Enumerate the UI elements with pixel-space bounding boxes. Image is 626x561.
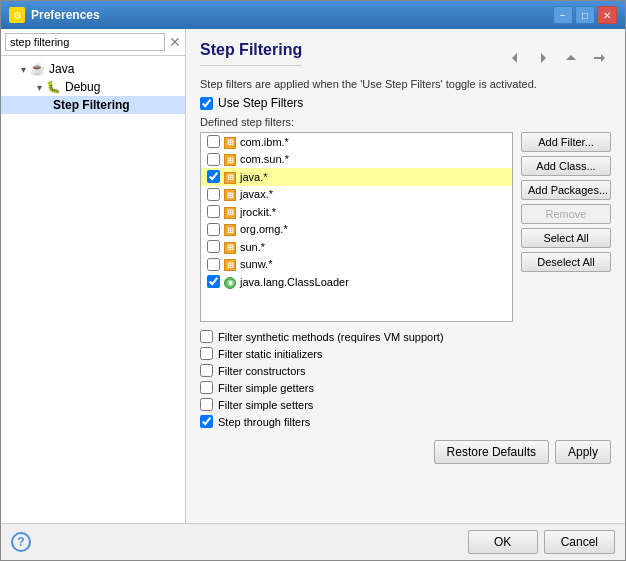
filter-checkbox[interactable] bbox=[207, 275, 220, 288]
filter-checkbox[interactable] bbox=[207, 205, 220, 218]
option-checkbox[interactable] bbox=[200, 330, 213, 343]
option-row: Filter synthetic methods (requires VM su… bbox=[200, 330, 611, 343]
cancel-button[interactable]: Cancel bbox=[544, 530, 615, 554]
filter-checkbox[interactable] bbox=[207, 153, 220, 166]
option-checkbox[interactable] bbox=[200, 398, 213, 411]
option-label: Filter constructors bbox=[218, 365, 305, 377]
option-checkbox[interactable] bbox=[200, 415, 213, 428]
menu-button[interactable] bbox=[587, 47, 611, 69]
window-icon: ⚙ bbox=[9, 7, 25, 23]
package-icon: ⊞ bbox=[224, 205, 236, 219]
filter-label: sun.* bbox=[240, 241, 265, 253]
option-row: Step through filters bbox=[200, 415, 611, 428]
option-label: Filter static initializers bbox=[218, 348, 323, 360]
class-icon: ◉ bbox=[224, 275, 236, 289]
package-icon: ⊞ bbox=[224, 170, 236, 184]
ok-button[interactable]: OK bbox=[468, 530, 538, 554]
back-button[interactable] bbox=[503, 47, 527, 69]
expand-arrow: ▾ bbox=[37, 82, 42, 93]
window-controls: − □ ✕ bbox=[553, 6, 617, 24]
filter-checkbox[interactable] bbox=[207, 188, 220, 201]
defined-label: Defined step filters: bbox=[200, 116, 611, 128]
filter-label: com.sun.* bbox=[240, 153, 289, 165]
filter-label: java.lang.ClassLoader bbox=[240, 276, 349, 288]
preferences-window: ⚙ Preferences − □ ✕ ✕ ▾ ☕ Java ▾ bbox=[0, 0, 626, 561]
folder-icon: ☕ bbox=[30, 62, 45, 76]
close-button[interactable]: ✕ bbox=[597, 6, 617, 24]
filter-label: com.ibm.* bbox=[240, 136, 289, 148]
footer: ? OK Cancel bbox=[1, 523, 625, 560]
filter-item: ⊞java.* bbox=[201, 168, 512, 186]
filter-checkbox[interactable] bbox=[207, 135, 220, 148]
search-input[interactable] bbox=[5, 33, 165, 51]
minimize-button[interactable]: − bbox=[553, 6, 573, 24]
svg-marker-4 bbox=[601, 54, 605, 62]
option-checkbox[interactable] bbox=[200, 381, 213, 394]
option-checkbox[interactable] bbox=[200, 364, 213, 377]
filter-buttons: Add Filter... Add Class... Add Packages.… bbox=[521, 132, 611, 322]
content-area: ✕ ▾ ☕ Java ▾ 🐛 Debug Step Filtering bbox=[1, 29, 625, 523]
folder-icon: 🐛 bbox=[46, 80, 61, 94]
forward-button[interactable] bbox=[531, 47, 555, 69]
filter-item: ◉java.lang.ClassLoader bbox=[201, 273, 512, 291]
option-label: Filter synthetic methods (requires VM su… bbox=[218, 331, 444, 343]
sidebar-item-java[interactable]: ▾ ☕ Java bbox=[1, 60, 185, 78]
filter-checkbox[interactable] bbox=[207, 223, 220, 236]
main-panel: Step Filtering Step filters bbox=[186, 29, 625, 523]
sidebar-item-debug[interactable]: ▾ 🐛 Debug bbox=[1, 78, 185, 96]
filter-list: ⊞com.ibm.*⊞com.sun.*⊞java.*⊞javax.*⊞jroc… bbox=[200, 132, 513, 322]
sidebar-item-label: Step Filtering bbox=[53, 98, 130, 112]
filter-label: javax.* bbox=[240, 188, 273, 200]
svg-marker-0 bbox=[512, 53, 517, 63]
footer-buttons: OK Cancel bbox=[468, 530, 615, 554]
title-bar-left: ⚙ Preferences bbox=[9, 7, 100, 23]
svg-marker-2 bbox=[566, 55, 576, 60]
filter-item: ⊞com.sun.* bbox=[201, 151, 512, 169]
use-filters-label: Use Step Filters bbox=[218, 96, 303, 110]
option-label: Step through filters bbox=[218, 416, 310, 428]
add-packages-button[interactable]: Add Packages... bbox=[521, 180, 611, 200]
add-class-button[interactable]: Add Class... bbox=[521, 156, 611, 176]
filter-item: ⊞jrockit.* bbox=[201, 203, 512, 221]
filter-label: sunw.* bbox=[240, 258, 272, 270]
option-row: Filter simple setters bbox=[200, 398, 611, 411]
filter-checkbox[interactable] bbox=[207, 240, 220, 253]
filter-label: jrockit.* bbox=[240, 206, 276, 218]
package-icon: ⊞ bbox=[224, 240, 236, 254]
use-filters-row: Use Step Filters bbox=[200, 96, 611, 110]
filter-item: ⊞com.ibm.* bbox=[201, 133, 512, 151]
filter-label: java.* bbox=[240, 171, 268, 183]
svg-marker-1 bbox=[541, 53, 546, 63]
tree-area: ▾ ☕ Java ▾ 🐛 Debug Step Filtering bbox=[1, 56, 185, 523]
package-icon: ⊞ bbox=[224, 258, 236, 272]
select-all-button[interactable]: Select All bbox=[521, 228, 611, 248]
filter-checkbox[interactable] bbox=[207, 258, 220, 271]
search-clear-icon[interactable]: ✕ bbox=[169, 35, 181, 49]
use-filters-checkbox[interactable] bbox=[200, 97, 213, 110]
options-area: Filter synthetic methods (requires VM su… bbox=[200, 330, 611, 428]
maximize-button[interactable]: □ bbox=[575, 6, 595, 24]
apply-button[interactable]: Apply bbox=[555, 440, 611, 464]
sidebar-item-step-filtering[interactable]: Step Filtering bbox=[1, 96, 185, 114]
package-icon: ⊞ bbox=[224, 188, 236, 202]
option-row: Filter constructors bbox=[200, 364, 611, 377]
filter-checkbox[interactable] bbox=[207, 170, 220, 183]
sidebar: ✕ ▾ ☕ Java ▾ 🐛 Debug Step Filtering bbox=[1, 29, 186, 523]
expand-arrow: ▾ bbox=[21, 64, 26, 75]
title-bar: ⚙ Preferences − □ ✕ bbox=[1, 1, 625, 29]
up-button[interactable] bbox=[559, 47, 583, 69]
add-filter-button[interactable]: Add Filter... bbox=[521, 132, 611, 152]
restore-defaults-button[interactable]: Restore Defaults bbox=[434, 440, 549, 464]
package-icon: ⊞ bbox=[224, 135, 236, 149]
window-title: Preferences bbox=[31, 8, 100, 22]
filters-area: ⊞com.ibm.*⊞com.sun.*⊞java.*⊞javax.*⊞jroc… bbox=[200, 132, 611, 322]
option-label: Filter simple setters bbox=[218, 399, 313, 411]
description-text: Step filters are applied when the 'Use S… bbox=[200, 78, 611, 90]
option-checkbox[interactable] bbox=[200, 347, 213, 360]
deselect-all-button[interactable]: Deselect All bbox=[521, 252, 611, 272]
help-button[interactable]: ? bbox=[11, 532, 31, 552]
filter-item: ⊞org.omg.* bbox=[201, 221, 512, 239]
filter-item: ⊞javax.* bbox=[201, 186, 512, 204]
option-label: Filter simple getters bbox=[218, 382, 314, 394]
remove-button[interactable]: Remove bbox=[521, 204, 611, 224]
